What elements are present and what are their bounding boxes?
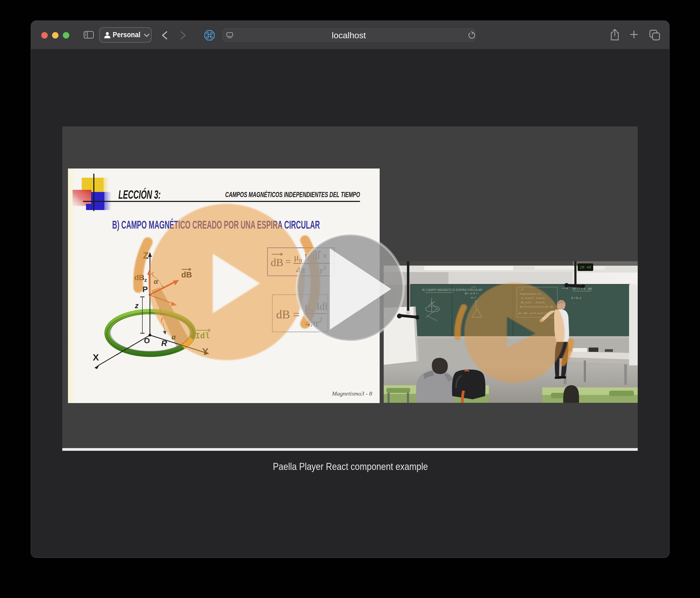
svg-text:10 44: 10 44 <box>580 265 591 270</box>
svg-text:↓: ↓ <box>573 302 574 305</box>
svg-text:X: X <box>93 352 99 363</box>
svg-text:O: O <box>144 337 150 345</box>
svg-text:R: R <box>161 339 167 348</box>
svg-text:LECCIÓN 3:: LECCIÓN 3: <box>118 188 161 201</box>
svg-text:B = B₀ k: B = B₀ k <box>571 297 582 300</box>
svg-text:P: P <box>142 285 148 294</box>
svg-text:dB = μI dl × r: dB = μI dl × r <box>465 292 479 295</box>
svg-text:Magnetismo3 - 8: Magnetismo3 - 8 <box>332 390 372 397</box>
svg-text:CAMPOS MAGNÉTICOS INDEPENDIENT: CAMPOS MAGNÉTICOS INDEPENDIENTES DEL TIE… <box>225 190 360 199</box>
svg-text:z: z <box>134 301 139 310</box>
svg-text:4π r³: 4π r³ <box>471 296 476 299</box>
svg-text:B) CAMPO MAGNETICO ESPIRA: B) CAMPO MAGNETICO ESPIRA CIRCULAR <box>422 289 482 292</box>
svg-text:dR × r ⇒ B · ∫dB: dR × r ⇒ B · ∫dB <box>572 288 592 290</box>
